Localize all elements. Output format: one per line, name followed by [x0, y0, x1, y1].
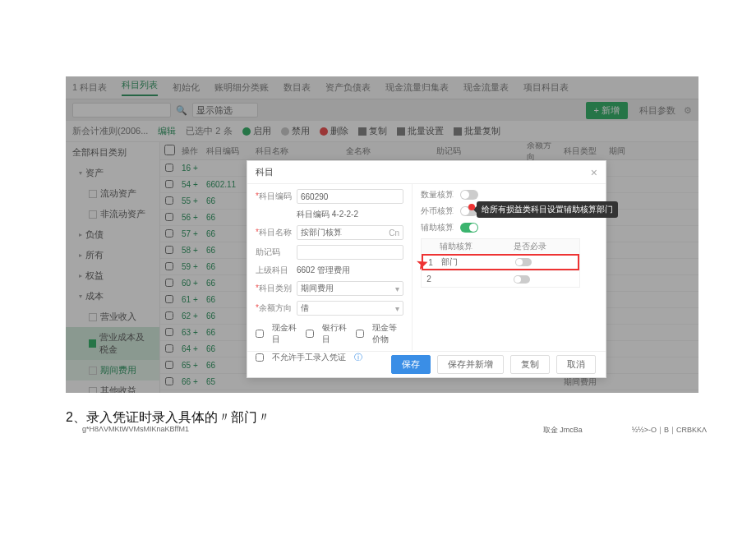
caption-text: 2、录入凭证时录入具体的〃部门〃: [66, 409, 270, 427]
aux-toggle[interactable]: [460, 223, 478, 233]
aux-col-req: 是否必录: [510, 241, 555, 252]
modal-right-panel: 数量核算 外币核算 给所有损益类科目设置辅助核算部门 辅助核算 辅助核算: [412, 184, 588, 351]
aux-row-2[interactable]: 2: [422, 270, 579, 287]
label-code: 科目编码: [256, 191, 297, 202]
aux-row-1-toggle[interactable]: [515, 258, 532, 266]
cancel-button[interactable]: 取消: [556, 355, 596, 374]
cash-label: 现金科目: [272, 322, 297, 345]
cash-checkbox[interactable]: [256, 330, 264, 338]
help-icon[interactable]: ⓘ: [354, 352, 362, 363]
aux-row-2-toggle[interactable]: [514, 275, 530, 284]
code-rule-text: 科目编码 4-2-2-2: [297, 209, 358, 220]
label-mnemonic: 助记码: [256, 247, 297, 258]
save-new-button[interactable]: 保存并新增: [437, 355, 504, 374]
code-input[interactable]: 660290: [297, 189, 403, 204]
no-manual-label: 不允许手工录入凭证: [272, 352, 346, 363]
qty-toggle[interactable]: [460, 190, 478, 200]
modal-left-panel: 科目编码 660290 科目编码 4-2-2-2 科目名称 按部门核算Cn 助记…: [247, 184, 412, 351]
bank-checkbox[interactable]: [306, 330, 314, 338]
no-manual-checkbox[interactable]: [256, 353, 264, 362]
aux-table: 辅助核算 是否必录 1 部门 2: [421, 238, 580, 288]
bank-label: 银行科目: [322, 322, 348, 345]
label-fc: 外币核算: [421, 205, 455, 217]
aux-row-1-name: 部门: [438, 256, 512, 268]
red-dot-marker: [468, 204, 475, 210]
mnemonic-input[interactable]: [297, 245, 403, 260]
subject-type-select[interactable]: 期间费用: [297, 281, 403, 296]
name-input[interactable]: 按部门核算Cn: [297, 225, 403, 240]
label-subject-type: 科目类别: [256, 283, 297, 294]
aux-tooltip: 给所有损益类科目设置辅助核算部门: [477, 201, 618, 218]
modal-title: 科目: [256, 166, 274, 178]
equiv-checkbox[interactable]: [356, 330, 364, 338]
label-name: 科目名称: [256, 227, 297, 238]
parent-text: 6602 管理费用: [297, 265, 350, 276]
label-qty: 数量核算: [421, 189, 455, 201]
balance-dir-select[interactable]: 借: [297, 301, 403, 316]
aux-col-name: 辅助核算: [436, 241, 510, 252]
aux-row-1[interactable]: 1 部门: [422, 254, 579, 270]
label-parent: 上级科目: [256, 265, 297, 276]
save-button[interactable]: 保存: [391, 355, 431, 374]
footer-random: g*H8ΛVMKtWVMsMIKnaKBffM1 取金 JmcBa ½½>-O｜…: [82, 425, 707, 436]
modal-copy-button[interactable]: 复制: [510, 355, 550, 374]
label-balance-dir: 余额方向: [256, 302, 297, 314]
modal-header: 科目 ×: [247, 161, 606, 184]
label-aux: 辅助核算: [421, 222, 455, 233]
close-icon[interactable]: ×: [591, 166, 597, 179]
equiv-label: 现金等价物: [372, 322, 403, 345]
